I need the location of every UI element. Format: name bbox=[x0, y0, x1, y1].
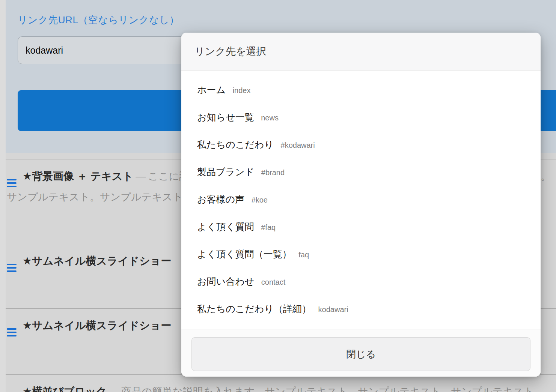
link-option-home[interactable]: ホーム index bbox=[181, 76, 541, 104]
link-option-label: 私たちのこだわり（詳細） bbox=[197, 303, 311, 314]
link-option-code: #kodawari bbox=[281, 141, 315, 149]
link-option-code: #koe bbox=[252, 196, 268, 204]
link-option-koe-anchor[interactable]: お客様の声 #koe bbox=[181, 186, 541, 213]
left-gutter bbox=[0, 0, 6, 392]
link-option-code: index bbox=[233, 86, 251, 95]
link-option-label: よく頂く質問（一覧） bbox=[197, 249, 292, 259]
block-row-horizontal-blocks[interactable]: ★横並びブロック—商品の簡単な説明を入れます。サンプルテキスト、サンプルテキスト… bbox=[6, 374, 556, 392]
drag-handle-icon[interactable] bbox=[7, 328, 17, 336]
link-option-code: news bbox=[261, 114, 279, 122]
link-option-brand-anchor[interactable]: 製品ブランド #brand bbox=[181, 158, 541, 186]
dialog-title: リンク先を選択 bbox=[194, 45, 267, 58]
link-option-code: faq bbox=[298, 251, 309, 259]
link-option-code: kodawari bbox=[318, 305, 348, 314]
link-option-news[interactable]: お知らせ一覧 news bbox=[181, 104, 541, 131]
link-option-label: お知らせ一覧 bbox=[197, 112, 254, 122]
block-row-title: ★横並びブロック bbox=[23, 386, 107, 392]
drag-handle-icon[interactable] bbox=[7, 179, 17, 187]
close-button[interactable]: 閉じる bbox=[191, 337, 530, 371]
block-row-dash: — bbox=[133, 171, 148, 182]
link-option-code: #brand bbox=[261, 168, 285, 177]
link-option-label: お問い合わせ bbox=[197, 276, 254, 287]
link-url-label: リンク先URL（空ならリンクなし） bbox=[18, 14, 179, 27]
link-option-list: ホーム index お知らせ一覧 news 私たちのこだわり #kodawari… bbox=[181, 71, 541, 329]
link-option-code: contact bbox=[261, 278, 285, 286]
link-option-faq-anchor[interactable]: よく頂く質問 #faq bbox=[181, 213, 541, 240]
dialog-footer: 閉じる bbox=[181, 329, 541, 377]
link-option-label: 製品ブランド bbox=[197, 167, 254, 177]
link-option-label: よく頂く質問 bbox=[197, 221, 254, 232]
block-row-title: ★サムネイル横スライドショー bbox=[23, 320, 171, 331]
block-row-dash: — bbox=[107, 386, 121, 392]
link-option-label: 私たちのこだわり bbox=[197, 139, 274, 150]
page: リンク先URL（空ならリンクなし） ★背景画像 ＋ テキスト—ここに説明文を入れ… bbox=[0, 0, 556, 392]
link-option-label: お客様の声 bbox=[197, 194, 244, 204]
block-row-title: ★サムネイル横スライドショー bbox=[23, 255, 171, 267]
block-row-description: 商品の簡単な説明を入れます。サンプルテキスト、サンプルテキスト、サンプルテキスト… bbox=[121, 386, 544, 392]
drag-handle-icon[interactable] bbox=[7, 264, 17, 272]
link-option-code: #faq bbox=[261, 223, 276, 231]
link-option-contact[interactable]: お問い合わせ contact bbox=[181, 268, 541, 295]
link-option-kodawari-anchor[interactable]: 私たちのこだわり #kodawari bbox=[181, 131, 541, 158]
link-select-dialog: リンク先を選択 ホーム index お知らせ一覧 news 私たちのこだわり #… bbox=[181, 33, 541, 377]
link-option-kodawari-page[interactable]: 私たちのこだわり（詳細） kodawari bbox=[181, 295, 541, 323]
dialog-header: リンク先を選択 bbox=[181, 33, 541, 71]
block-row-title: ★背景画像 ＋ テキスト bbox=[23, 170, 133, 182]
link-option-label: ホーム bbox=[197, 84, 226, 95]
link-option-faq-page[interactable]: よく頂く質問（一覧） faq bbox=[181, 240, 541, 268]
